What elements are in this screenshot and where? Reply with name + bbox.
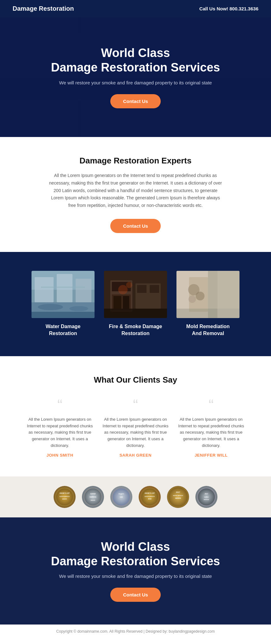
svg-text:List: List [120, 496, 123, 498]
service-img-water [32, 271, 95, 318]
hero2-section: World Class Damage Restoration Services … [0, 517, 271, 624]
badge-6: 2017 SUPER SERVICE [195, 486, 217, 508]
service-title-mold: Mold RemediationAnd Removal [176, 323, 239, 337]
hero2-subheading: We will restore your smoke and fire dama… [51, 573, 220, 579]
testimonial-text-2: All the Lorem Ipsum generators on Intern… [102, 416, 169, 449]
service-card-fire: Fire & Smoke DamageRestoration [104, 271, 167, 337]
service-title-water: Water DamageRestoration [32, 323, 95, 337]
hero2-heading: World Class Damage Restoration Services [51, 540, 220, 568]
svg-text:Angie's: Angie's [118, 493, 124, 495]
phone-number: 800.321.3636 [229, 6, 258, 11]
svg-text:SERVICE: SERVICE [89, 496, 97, 498]
quote-icon-2: “ [102, 397, 169, 413]
hero2-content: World Class Damage Restoration Services … [51, 540, 220, 602]
svg-rect-4 [76, 279, 91, 302]
svg-rect-9 [32, 312, 95, 318]
svg-text:ANGIE'S LIST: ANGIE'S LIST [145, 492, 155, 494]
header-phone: Call Us Now! 800.321.3636 [199, 6, 258, 11]
svg-point-29 [188, 295, 196, 303]
svg-point-28 [196, 292, 205, 300]
testimonial-text-1: All the Lorem Ipsum generators on Intern… [27, 416, 93, 449]
svg-rect-8 [41, 287, 85, 288]
svg-rect-15 [113, 296, 121, 309]
testimonial-card-2: “ All the Lorem Ipsum generators on Inte… [102, 397, 169, 458]
svg-text:AWARD: AWARD [91, 499, 95, 501]
svg-rect-31 [217, 271, 239, 318]
svg-point-7 [69, 306, 88, 311]
svg-rect-2 [35, 277, 54, 302]
svg-text:SUPER: SUPER [204, 496, 209, 498]
svg-text:SUPER: SUPER [90, 493, 96, 495]
quote-icon-3: “ [178, 397, 244, 413]
badge-1: ANGIE'S LIST SUPER SERVICE AWARD [54, 486, 76, 508]
hero-heading: World Class Damage Restoration Services [51, 46, 220, 75]
testimonial-text-3: All the Lorem Ipsum generators on Intern… [178, 416, 244, 449]
logo: Damage Restoration [13, 5, 74, 12]
testimonials-heading: What Our Clients Say [13, 375, 258, 385]
experts-body: All the Lorem Ipsum generators on the In… [47, 172, 224, 209]
badge-2: SUPER SERVICE AWARD [82, 486, 104, 508]
service-card-mold: Mold RemediationAnd Removal [176, 271, 239, 337]
svg-rect-20 [104, 309, 167, 318]
svg-rect-3 [57, 274, 72, 302]
svg-point-47 [168, 487, 188, 507]
svg-text:SUPER SERVICE: SUPER SERVICE [173, 495, 183, 496]
testimonial-name-1: JOHN SMITH [27, 453, 93, 458]
badges-section: ANGIE'S LIST SUPER SERVICE AWARD SUPER S… [0, 476, 271, 517]
testimonial-card-3: “ All the Lorem Ipsum generators on Inte… [178, 397, 244, 458]
hero-subheading: We will restore your smoke and fire dama… [51, 80, 220, 85]
svg-rect-19 [150, 285, 159, 293]
svg-text:ANGIE'S LIST: ANGIE'S LIST [60, 492, 70, 494]
svg-text:2017: 2017 [176, 491, 180, 493]
testimonials-section: What Our Clients Say “ All the Lorem Ips… [0, 356, 271, 476]
svg-text:SERVICE: SERVICE [204, 499, 209, 500]
svg-point-22 [126, 282, 132, 288]
services-section: Water DamageRestoration Fire & Smoke Dam… [0, 252, 271, 356]
hero-contact-button[interactable]: Contact Us [110, 94, 160, 108]
hero-content: World Class Damage Restoration Services … [51, 46, 220, 108]
svg-text:SUPER SERVICE: SUPER SERVICE [60, 496, 70, 497]
badge-4: ANGIE'S LIST SUPER SERVICE 2016 [139, 486, 161, 508]
quote-icon-1: “ [27, 397, 93, 413]
badge-3: Angie's List [110, 486, 132, 508]
call-label: Call Us Now! [199, 6, 228, 11]
svg-point-6 [38, 304, 63, 310]
service-title-fire: Fire & Smoke DamageRestoration [104, 323, 167, 337]
svg-text:2017: 2017 [205, 493, 208, 495]
footer-text: Copyright © domainname.com. All Rights R… [56, 629, 215, 634]
footer: Copyright © domainname.com. All Rights R… [0, 624, 271, 638]
svg-text:AWARD: AWARD [62, 498, 67, 500]
testimonial-name-3: JENIFFER WILL [178, 453, 244, 458]
experts-heading: Damage Restoration Experts [13, 156, 258, 166]
svg-text:2016: 2016 [148, 498, 151, 500]
badge-5: 2017 SUPER SERVICE AWARD [167, 486, 189, 508]
svg-text:AWARD: AWARD [175, 497, 181, 499]
service-img-mold [176, 271, 239, 318]
svg-point-21 [118, 285, 128, 294]
svg-rect-16 [123, 296, 129, 309]
testimonials-grid: “ All the Lorem Ipsum generators on Inte… [13, 397, 258, 458]
experts-contact-button[interactable]: Contact Us [110, 219, 160, 233]
svg-rect-18 [137, 285, 147, 293]
service-img-fire [104, 271, 167, 318]
hero-section: World Class Damage Restoration Services … [0, 17, 271, 137]
testimonial-name-2: SARAH GREEN [102, 453, 169, 458]
experts-section: Damage Restoration Experts All the Lorem… [0, 137, 271, 252]
header: Damage Restoration Call Us Now! 800.321.… [0, 0, 271, 17]
svg-text:SUPER SERVICE: SUPER SERVICE [145, 496, 155, 497]
hero2-contact-button[interactable]: Contact Us [110, 588, 160, 602]
service-card-water: Water DamageRestoration [32, 271, 95, 337]
testimonial-card-1: “ All the Lorem Ipsum generators on Inte… [27, 397, 93, 458]
